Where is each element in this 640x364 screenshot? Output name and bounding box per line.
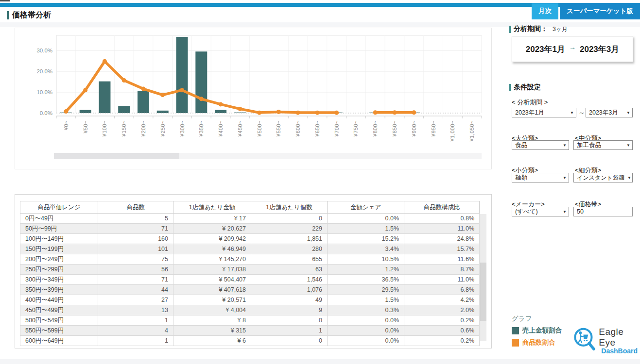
chevron-down-icon: ▼: [563, 143, 567, 148]
bar-sales-amount-share: [215, 110, 226, 113]
table-cell: 5: [98, 214, 173, 224]
maker-select[interactable]: (すべて) ▼: [512, 207, 569, 216]
line-point: [219, 102, 223, 106]
x-axis-tick-label: ¥650~: [314, 120, 320, 137]
legend-title: グラフ: [512, 314, 532, 323]
table-cell: 6.8%: [404, 285, 480, 295]
y-axis-tick-label: 30.0%: [36, 48, 52, 53]
line-point: [83, 88, 87, 92]
analysis-period-heading: 分析期間： 3ヶ月: [509, 25, 568, 33]
table-cell: ¥ 46,949: [173, 244, 251, 254]
table-row: 150円〜199円101¥ 46,9492803.4%15.7%: [20, 244, 480, 254]
table-vertical-scrollbar[interactable]: [480, 214, 486, 341]
table-cell: 1,851: [251, 234, 328, 244]
x-axis-tick-label: ¥750~: [353, 120, 359, 137]
x-axis-tick-label: ¥400~: [218, 120, 224, 137]
price-band-chart-panel: 0.0%10.0%20.0%30.0%¥0~¥50~¥100~¥150~¥200…: [15, 28, 492, 169]
table-column-header: 商品数: [98, 201, 173, 214]
table-cell: 0.0%: [328, 214, 404, 224]
line-point: [180, 88, 184, 92]
table-cell: 29.5%: [328, 285, 404, 295]
table-row: 450円〜499円13¥ 4,00490.3%2.0%: [20, 305, 480, 315]
table-cell: 0: [251, 214, 328, 224]
table-cell: 11.0%: [404, 224, 480, 234]
line-point: [373, 110, 378, 115]
table-cell: 300円〜349円: [20, 275, 98, 285]
x-axis-tick-label: ¥950~: [431, 120, 436, 137]
major-category-select[interactable]: 食品 ▼: [512, 140, 569, 150]
footer-strip: [0, 359, 640, 364]
table-cell: 11.6%: [404, 254, 480, 265]
chevron-down-icon: ▼: [627, 176, 631, 180]
table-cell: 229: [251, 224, 328, 234]
chevron-down-icon: ▼: [570, 111, 574, 115]
bar-sales-amount-share: [80, 110, 91, 113]
table-row: 350円〜399円44¥ 407,6181,07629.5%6.8%: [20, 285, 480, 295]
logo-subname: DashBoard: [599, 347, 639, 355]
legend-swatch: [512, 327, 519, 334]
table-cell: ¥ 504,407: [173, 275, 251, 285]
legend-item: 商品数割合: [512, 338, 562, 347]
table-cell: 75: [98, 254, 173, 265]
legend-label: 商品数割合: [522, 338, 555, 347]
table-cell: 13: [98, 305, 173, 315]
table-row: 550円〜599円4¥ 31510.0%0.6%: [20, 326, 480, 336]
table-cell: 15.7%: [404, 244, 480, 254]
header-tabs: 月次 スーパーマーケット版: [532, 3, 640, 19]
table-scrollbar-thumb[interactable]: [480, 263, 486, 321]
line-point: [393, 110, 397, 115]
table-cell: 9: [251, 305, 328, 315]
middle-category-select[interactable]: 加工食品 ▼: [573, 140, 633, 150]
chart-legend: 売上金額割合商品数割合: [512, 323, 562, 347]
arrow-right-icon: →: [569, 43, 576, 51]
table-cell: ¥ 8: [173, 315, 251, 326]
tab-monthly[interactable]: 月次: [532, 3, 558, 19]
x-axis-tick-label: ¥1,050~: [469, 120, 475, 142]
detail-category-select[interactable]: インスタント袋麺 ▼: [573, 173, 633, 182]
chart-horizontal-scrollbar[interactable]: [54, 153, 482, 159]
minor-category-select[interactable]: 麺類 ▼: [512, 173, 569, 182]
table-cell: 0.0%: [328, 326, 404, 336]
table-cell: 1: [98, 315, 173, 326]
table-body: 0円〜49円5¥ 1700.0%0.8%50円〜99円71¥ 20,627229…: [20, 214, 480, 346]
table-cell: 160: [98, 234, 173, 244]
line-point: [277, 110, 281, 114]
table-cell: ¥ 407,618: [173, 285, 251, 295]
table-cell: 49: [251, 295, 328, 305]
table-cell: ¥ 209,942: [173, 234, 251, 244]
line-point: [296, 111, 300, 115]
page-title: 価格帯分析: [12, 10, 51, 20]
period-from-select[interactable]: 2023年1月 ▼: [512, 108, 576, 117]
x-axis-tick-label: ¥450~: [237, 120, 243, 137]
legend-item: 売上金額割合: [512, 326, 562, 335]
table-cell: 550円〜599円: [20, 326, 98, 336]
table-cell: 1,076: [251, 285, 328, 295]
table-header: 商品単価レンジ商品数1店舗あたり金額1店舗あたり個数金額シェア商品数構成比: [20, 201, 480, 214]
table-cell: 0.0%: [328, 315, 404, 326]
title-accent-mark: [7, 11, 9, 19]
table-cell: ¥ 20,571: [173, 295, 251, 305]
period-to-select-value: 2023年3月: [589, 109, 625, 117]
table-cell: 101: [98, 244, 173, 254]
table-column-header: 金額シェア: [328, 201, 404, 214]
condition-settings-heading: 条件設定: [509, 83, 541, 92]
table-cell: 0.0%: [328, 336, 404, 346]
chevron-down-icon: ▼: [626, 143, 630, 148]
logo-name: Eagle Eye: [599, 327, 639, 348]
table-column-header: 1店舗あたり金額: [173, 201, 251, 214]
table-cell: 71: [98, 275, 173, 285]
table-cell: 2.0%: [404, 305, 480, 315]
table-cell: 4: [98, 326, 173, 336]
table-row: 250円〜299円56¥ 17,038631.2%8.7%: [20, 265, 480, 275]
period-to-select[interactable]: 2023年3月 ▼: [586, 108, 633, 117]
table-column-header: 1店舗あたり個数: [251, 201, 328, 214]
middle-category-value: 加工食品: [577, 141, 625, 149]
price-band-input[interactable]: [573, 207, 633, 216]
heading-accent-mark: [509, 26, 511, 33]
chart-scrollbar-thumb[interactable]: [54, 153, 179, 159]
tab-supermarket-edition[interactable]: スーパーマーケット版: [560, 3, 640, 19]
line-point: [199, 97, 204, 101]
line-point: [103, 59, 107, 64]
table-row: 400円〜449円27¥ 20,571491.5%4.2%: [20, 295, 480, 305]
minor-category-value: 麺類: [515, 174, 561, 182]
